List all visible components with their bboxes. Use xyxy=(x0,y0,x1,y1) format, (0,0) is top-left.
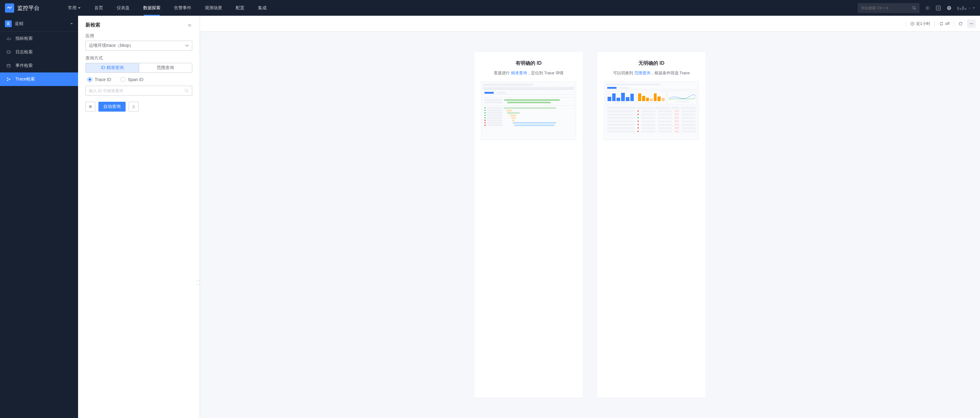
sound-bars-icon xyxy=(957,6,966,10)
logo-icon xyxy=(5,3,14,13)
settings-icon[interactable] xyxy=(925,6,930,11)
caret-down-icon xyxy=(973,7,975,9)
svg-point-2 xyxy=(927,7,928,9)
nav-alerts[interactable]: 告警事件 xyxy=(167,0,198,16)
help-icon[interactable]: ? xyxy=(947,6,951,11)
nav-dropdown-label: 常用 xyxy=(68,5,76,11)
header-right: ? ▪ xyxy=(858,3,975,13)
app-header: 监控平台 常用 首页 仪表盘 数据探索 告警事件 观测场景 配置 集成 ? xyxy=(0,0,980,16)
global-search-input[interactable] xyxy=(861,6,912,10)
nav-common-dropdown[interactable]: 常用 xyxy=(61,0,88,16)
top-nav: 常用 首页 仪表盘 数据探索 告警事件 观测场景 配置 集成 xyxy=(61,0,274,16)
caret-down-icon xyxy=(78,6,81,10)
nav-observe[interactable]: 观测场景 xyxy=(198,0,229,16)
nav-integrations[interactable]: 集成 xyxy=(251,0,274,16)
nav-config[interactable]: 配置 xyxy=(229,0,251,16)
user-block[interactable]: ▪ xyxy=(957,6,975,10)
nav-data-explore[interactable]: 数据探索 xyxy=(136,0,167,16)
logo-text: 监控平台 xyxy=(17,4,40,12)
nav-home[interactable]: 首页 xyxy=(88,0,110,16)
svg-text:?: ? xyxy=(948,6,950,10)
add-icon[interactable] xyxy=(935,5,941,11)
svg-point-0 xyxy=(912,6,915,9)
global-search[interactable] xyxy=(858,3,920,13)
svg-line-1 xyxy=(915,8,916,10)
logo-block[interactable]: 监控平台 xyxy=(5,3,40,13)
search-icon xyxy=(912,6,916,10)
nav-dashboard[interactable]: 仪表盘 xyxy=(110,0,136,16)
